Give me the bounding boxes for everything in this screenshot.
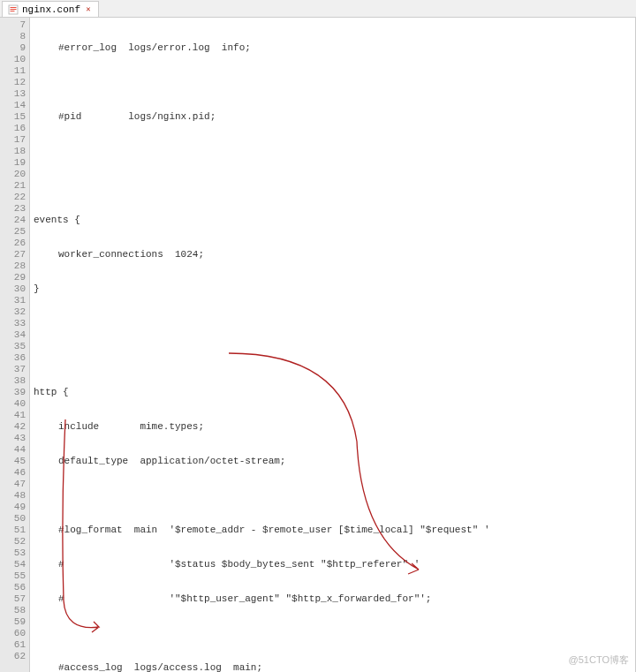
code-line xyxy=(34,180,635,192)
code-line xyxy=(34,490,635,502)
code-line: include mime.types; xyxy=(34,421,635,433)
tab-label: nginx.conf xyxy=(22,4,80,15)
code-line: # '$status $body_bytes_sent "$http_refer… xyxy=(34,559,635,570)
close-icon[interactable]: ✕ xyxy=(84,5,93,14)
code-line: worker_connections 1024; xyxy=(34,249,635,260)
code-line: #pid logs/nginx.pid; xyxy=(34,111,635,123)
code-line: #log_format main '$remote_addr - $remote… xyxy=(34,525,635,536)
code-line: default_type application/octet-stream; xyxy=(34,456,635,467)
code-line xyxy=(34,352,635,364)
code-line xyxy=(34,628,635,639)
file-tab[interactable]: nginx.conf ✕ xyxy=(2,1,99,17)
file-icon xyxy=(8,4,19,15)
editor-area: 7891011121314151617181920212223242526272… xyxy=(0,18,636,672)
line-number-gutter: 7891011121314151617181920212223242526272… xyxy=(0,18,30,672)
svg-rect-3 xyxy=(11,11,15,11)
code-line: # '"$http_user_agent" "$http_x_forwarded… xyxy=(34,593,635,605)
code-line: #error_log logs/error.log info; xyxy=(34,42,635,54)
code-content[interactable]: #error_log logs/error.log info; #pid log… xyxy=(30,18,636,672)
code-line xyxy=(34,77,635,88)
svg-rect-1 xyxy=(11,7,17,8)
code-line: #access_log logs/access.log main; xyxy=(34,662,635,672)
tab-bar: nginx.conf ✕ xyxy=(0,0,636,18)
code-line: http { xyxy=(34,387,635,398)
code-line xyxy=(34,318,635,329)
watermark-text: @51CTO博客 xyxy=(569,653,629,667)
code-line: } xyxy=(34,283,635,295)
code-line xyxy=(34,146,635,157)
code-line: events { xyxy=(34,215,635,226)
svg-rect-2 xyxy=(11,9,17,10)
